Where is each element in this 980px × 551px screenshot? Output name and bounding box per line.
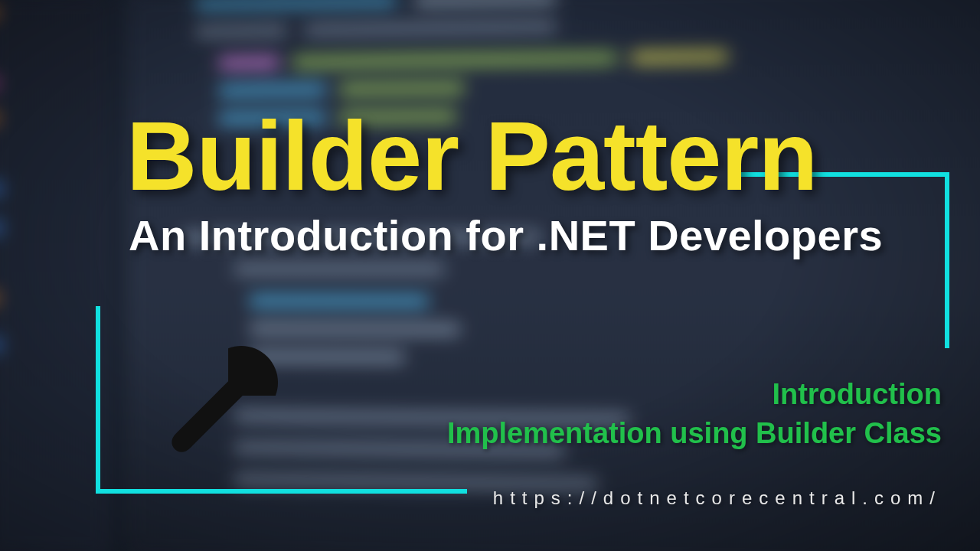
thumbnail-slide: Builder Pattern An Introduction for .NET… bbox=[0, 0, 980, 551]
website-url: https://dotnetcorecentral.com/ bbox=[493, 487, 942, 509]
topic-line-2: Implementation using Builder Class bbox=[447, 414, 942, 453]
subtitle: An Introduction for .NET Developers bbox=[129, 210, 883, 260]
topic-list: Introduction Implementation using Builde… bbox=[447, 375, 942, 454]
bg-sidebar bbox=[0, 0, 110, 551]
main-title: Builder Pattern bbox=[126, 99, 818, 212]
wrench-icon bbox=[149, 329, 295, 474]
topic-line-1: Introduction bbox=[447, 375, 942, 414]
